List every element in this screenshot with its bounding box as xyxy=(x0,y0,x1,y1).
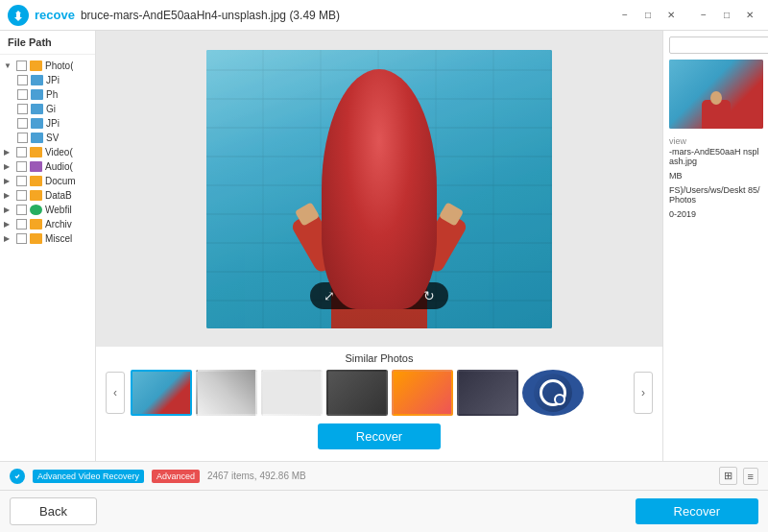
right-panel: view -mars-AndE50aaH nsplash.jpg MB FS)/… xyxy=(662,31,768,461)
bottom-bar: Back Recover xyxy=(0,490,768,532)
status-icon xyxy=(10,469,25,484)
expand-icon: ▶ xyxy=(4,234,13,243)
expand-icon: ▶ xyxy=(4,148,13,157)
tree-item-arch[interactable]: ▶ Archiv xyxy=(0,217,95,231)
window-controls: − □ ✕ xyxy=(693,7,760,24)
tree-label-arch: Archiv xyxy=(45,219,72,230)
search-row xyxy=(669,36,762,54)
tree-item-photos[interactable]: ▼ Photo( xyxy=(0,59,95,73)
file-count-info: 2467 items, 492.86 MB xyxy=(207,471,711,481)
adv-video-badge[interactable]: Advanced Video Recovery xyxy=(33,470,144,483)
tree-item-ph[interactable]: Ph xyxy=(0,87,95,102)
fit-icon[interactable]: ⤢ xyxy=(324,288,335,303)
file-name-value: -mars-AndE50aaH nsplash.jpg xyxy=(669,147,762,166)
status-bar: Advanced Video Recovery Advanced 2467 it… xyxy=(0,461,768,490)
view-label: view xyxy=(669,136,762,146)
rotate-right-icon[interactable]: ↻ xyxy=(423,288,435,303)
thumbnail-5[interactable] xyxy=(392,370,453,416)
checkbox-misc[interactable] xyxy=(16,233,27,244)
search-input[interactable] xyxy=(669,36,768,54)
checkbox-video[interactable] xyxy=(16,147,27,157)
close2-button[interactable]: ✕ xyxy=(660,7,682,24)
adv-badge: Advanced xyxy=(152,470,200,483)
tree-area: ▼ Photo( JPi Ph G xyxy=(0,55,95,461)
preview-area: ⤢ ⊕ ⊖ ↺ ↻ xyxy=(96,31,662,347)
zoom-in-icon[interactable]: ⊕ xyxy=(348,288,360,303)
tree-label-web: Webfil xyxy=(45,205,72,215)
thumbnail-6[interactable] xyxy=(457,370,518,416)
similar-photos-strip: ‹ xyxy=(96,370,662,416)
checkbox-doc[interactable] xyxy=(16,176,27,186)
tree-label-video: Video( xyxy=(45,147,73,157)
tree-item-jp2[interactable]: JPi xyxy=(0,116,95,131)
app-name: recove xyxy=(35,8,75,22)
tree-item-misc[interactable]: ▶ Miscel xyxy=(0,231,95,246)
tree-item-video[interactable]: ▶ Video( xyxy=(0,145,95,159)
checkbox-web[interactable] xyxy=(16,205,27,215)
minimize-button[interactable]: − xyxy=(693,7,714,24)
checkbox-db[interactable] xyxy=(16,190,27,201)
tree-label-db: DataB xyxy=(45,190,72,201)
folder-icon xyxy=(30,219,42,230)
similar-photos-section: Similar Photos ‹ xyxy=(96,347,662,461)
checkbox-arch[interactable] xyxy=(16,219,27,230)
strip-prev-button[interactable]: ‹ xyxy=(106,372,125,414)
checkbox-audio[interactable] xyxy=(16,161,27,172)
expand-icon: ▶ xyxy=(4,206,13,214)
folder-icon xyxy=(30,147,42,157)
thumbnail-4[interactable] xyxy=(326,370,388,416)
tree-item-audio[interactable]: ▶ Audio( xyxy=(0,159,95,174)
tree-label-jp2: JPi xyxy=(46,118,60,129)
maximize2-button[interactable]: □ xyxy=(637,7,659,24)
file-path-header: File Path xyxy=(0,31,95,55)
close-button[interactable]: ✕ xyxy=(739,7,760,24)
thumbnail-7[interactable] xyxy=(522,370,584,416)
file-path-value: FS)/Users/ws/Deskt 85/Photos xyxy=(669,185,762,205)
file-size-value: MB xyxy=(669,171,762,181)
similar-photos-title: Similar Photos xyxy=(96,352,662,364)
folder-icon xyxy=(30,60,42,71)
minimize2-button[interactable]: − xyxy=(614,7,636,24)
recover-main-button[interactable]: Recover xyxy=(636,498,758,524)
checkbox-ph[interactable] xyxy=(17,89,28,100)
logo-icon xyxy=(8,5,29,26)
folder-icon xyxy=(30,190,42,201)
expand-icon: ▶ xyxy=(4,220,13,229)
preview-image: ⤢ ⊕ ⊖ ↺ ↻ xyxy=(206,50,552,328)
folder-icon xyxy=(30,176,42,186)
tree-label-ph: Ph xyxy=(46,89,58,100)
tree-item-gi[interactable]: Gi xyxy=(0,102,95,116)
grid-view-button[interactable]: ⊞ xyxy=(719,467,737,485)
checkbox-jp1[interactable] xyxy=(17,75,28,85)
tree-item-doc[interactable]: ▶ Docum xyxy=(0,174,95,188)
tree-item-jp1[interactable]: JPi xyxy=(0,73,95,87)
expand-icon: ▶ xyxy=(4,162,13,171)
right-preview-thumb xyxy=(669,60,763,129)
thumbnail-1[interactable] xyxy=(131,370,192,416)
restore-button[interactable]: □ xyxy=(716,7,737,24)
tree-item-web[interactable]: ▶ Webfil xyxy=(0,203,95,217)
tree-item-sv[interactable]: SV xyxy=(0,131,95,145)
strip-next-button[interactable]: › xyxy=(634,372,653,414)
checkbox-photos[interactable] xyxy=(16,60,27,71)
tree-label-audio: Audio( xyxy=(45,161,73,172)
checkbox-jp2[interactable] xyxy=(17,118,28,129)
tree-item-db[interactable]: ▶ DataB xyxy=(0,188,95,203)
checkbox-gi[interactable] xyxy=(17,104,28,114)
back-button[interactable]: Back xyxy=(10,497,97,525)
list-view-button[interactable]: ≡ xyxy=(743,468,758,485)
thumbnail-3[interactable] xyxy=(261,370,323,416)
checkbox-sv[interactable] xyxy=(17,133,28,143)
recover-center-button[interactable]: Recover xyxy=(318,423,441,449)
thumbnail-2[interactable] xyxy=(196,370,257,416)
rotate-left-icon[interactable]: ↺ xyxy=(398,288,410,303)
expand-icon: ▶ xyxy=(4,191,13,200)
recover-center-section: Recover xyxy=(96,416,662,455)
strip-thumbnails xyxy=(131,370,628,416)
center-panel: ⤢ ⊕ ⊖ ↺ ↻ Similar Photos ‹ xyxy=(96,31,662,461)
tree-label-sv: SV xyxy=(46,133,59,143)
tree-label: Photo( xyxy=(45,60,73,71)
tree-label-doc: Docum xyxy=(45,176,76,186)
title-filename: bruce-mars-AndE50aaHn4-unsplash.jpg (3.4… xyxy=(81,9,340,22)
zoom-out-icon[interactable]: ⊖ xyxy=(373,288,385,303)
